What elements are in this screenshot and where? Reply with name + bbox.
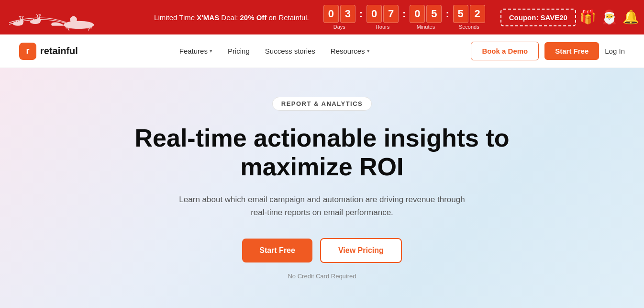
hero-badge: REPORT & ANALYTICS — [272, 97, 372, 111]
countdown-hours: 0 7 Hours — [366, 5, 399, 30]
banner-promo-text: Limited Time X'MAS Deal: 20% Off on Reta… — [68, 13, 309, 22]
countdown-sep-2: : — [402, 8, 406, 27]
no-credit-card-note: No Credit Card Required — [288, 273, 356, 280]
nav-features-label: Features — [179, 47, 208, 55]
minutes-label: Minutes — [417, 24, 435, 30]
countdown-sep-3: : — [445, 8, 449, 27]
nav-features[interactable]: Features ▾ — [179, 47, 212, 55]
seconds-label: Seconds — [459, 24, 479, 30]
resources-chevron-icon: ▾ — [367, 48, 370, 54]
hero-title: Real-time actionable insights to maximiz… — [131, 124, 513, 182]
svg-point-1 — [70, 16, 77, 23]
hero-subtitle: Learn about which email campaign and aut… — [178, 193, 466, 219]
xmas-ornament-3: 🔔 — [622, 11, 639, 24]
svg-rect-4 — [16, 21, 17, 24]
countdown-sep-1: : — [359, 8, 363, 27]
logo-text: retainful — [40, 46, 78, 57]
start-free-button[interactable]: Start Free — [544, 42, 599, 60]
navbar: r retainful Features ▾ Pricing Success s… — [0, 34, 644, 68]
coupon-box: Coupon: SAVE20 — [500, 9, 576, 26]
nav-resources-label: Resources — [331, 47, 365, 55]
svg-point-6 — [19, 20, 23, 24]
nav-pricing[interactable]: Pricing — [228, 47, 250, 55]
seconds-digit-1: 5 — [453, 5, 468, 23]
svg-rect-5 — [18, 21, 19, 24]
coupon-prefix: Coupon: — [509, 13, 541, 22]
countdown-seconds: 5 2 Seconds — [453, 5, 485, 30]
nav-links: Features ▾ Pricing Success stories Resou… — [179, 47, 370, 55]
hours-label: Hours — [376, 24, 389, 30]
logo[interactable]: r retainful — [19, 43, 78, 60]
nav-success-stories-label: Success stories — [265, 47, 315, 55]
svg-rect-9 — [35, 19, 37, 22]
login-button[interactable]: Log In — [605, 47, 625, 55]
days-label: Days — [333, 24, 345, 30]
xmas-ornament-2: 🎅 — [601, 11, 618, 24]
hero-view-pricing-button[interactable]: View Pricing — [320, 238, 402, 263]
days-digit-1: 0 — [323, 5, 339, 23]
features-chevron-icon: ▾ — [210, 48, 212, 54]
minutes-digit-1: 0 — [410, 5, 425, 23]
nav-pricing-label: Pricing — [228, 47, 250, 55]
hero-section: REPORT & ANALYTICS Real-time actionable … — [0, 68, 644, 308]
xmas-ornament-1: 🎁 — [579, 11, 596, 24]
hours-digit-1: 0 — [366, 5, 382, 23]
countdown-minutes: 0 5 Minutes — [410, 5, 442, 30]
svg-rect-2 — [70, 22, 77, 26]
banner-right-decorations: 🎁 🎅 🔔 — [579, 0, 639, 34]
hours-digit-2: 7 — [383, 5, 399, 23]
logo-letter: r — [26, 46, 29, 56]
countdown-timer: 0 3 Days : 0 7 Hours : 0 5 Minutes : 5 2 — [323, 5, 485, 30]
days-digit-2: 3 — [340, 5, 355, 23]
nav-resources[interactable]: Resources ▾ — [331, 47, 370, 55]
countdown-days: 0 3 Days — [323, 5, 355, 30]
svg-point-10 — [36, 18, 41, 22]
coupon-code: SAVE20 — [541, 13, 567, 22]
svg-rect-8 — [33, 19, 34, 22]
nav-actions: Book a Demo Start Free Log In — [471, 42, 625, 60]
hero-start-free-button[interactable]: Start Free — [242, 239, 312, 262]
book-demo-button[interactable]: Book a Demo — [471, 42, 539, 60]
logo-icon: r — [19, 43, 36, 60]
nav-success-stories[interactable]: Success stories — [265, 47, 315, 55]
promo-banner: Limited Time X'MAS Deal: 20% Off on Reta… — [0, 0, 644, 34]
seconds-digit-2: 2 — [470, 5, 485, 23]
banner-reindeer-decoration — [0, 0, 100, 34]
minutes-digit-2: 5 — [426, 5, 442, 23]
hero-cta-buttons: Start Free View Pricing — [242, 238, 402, 263]
